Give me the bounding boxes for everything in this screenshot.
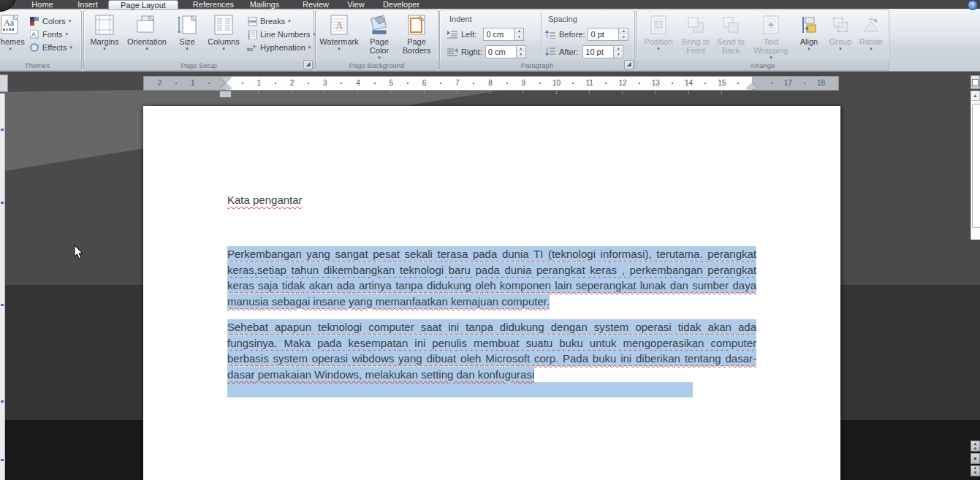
spinner-up-icon[interactable]: ▲ [614,46,623,52]
scrollbar-track[interactable] [970,101,980,240]
first-line-indent-marker[interactable] [220,77,232,83]
spacing-before-input[interactable]: 0 pt ▲▼ [588,28,628,41]
spinner-down-icon[interactable]: ▼ [619,34,628,40]
page-setup-dialog-launcher[interactable]: ◢ [303,60,313,69]
spinner-down-icon[interactable]: ▼ [614,52,623,58]
view-ruler-toggle-button[interactable] [970,75,980,89]
margins-button[interactable]: Margins ▾ [86,12,123,61]
help-icon[interactable]: ? [968,0,978,10]
spacing-after-spinner[interactable]: ▲▼ [613,46,623,58]
right-indent-marker[interactable] [746,83,758,89]
spacing-after-input[interactable]: 10 pt ▲▼ [582,45,623,58]
breaks-icon [246,16,258,26]
size-button[interactable]: Size ▾ [171,12,203,61]
align-button[interactable]: Align ▾ [794,12,824,61]
ruler-mark: 8 [488,79,493,87]
ruler-mark [539,83,541,84]
bring-to-front-button[interactable]: Bring to Front [679,12,713,61]
paragraph-2: Sehebat apapun teknologi computer saat i… [227,319,756,382]
group-label-page-background: Page Background [316,61,438,70]
indent-right-input[interactable]: 0 cm ▲▼ [485,45,526,58]
dropdown-arrow-icon: ▾ [205,46,243,52]
ruler-mark [175,83,177,84]
mouse-cursor [74,245,84,260]
group-arrange: Position ▾ Bring to Front Send to Back [636,9,889,71]
ruler-mark [440,83,441,84]
ruler-mark [506,83,508,84]
ruler-mark [572,83,574,84]
page-borders-icon [398,12,435,37]
page-borders-button[interactable]: Page Borders [398,12,435,61]
select-browse-object-button[interactable]: ● [970,453,980,464]
orientation-button[interactable]: Orientation ▾ [124,12,170,61]
indent-left-input[interactable]: 0 cm ▲▼ [483,28,524,41]
tab-home[interactable]: Home [22,0,63,9]
spinner-up-icon[interactable]: ▲ [619,28,628,34]
spinner-down-icon[interactable]: ▼ [514,34,523,40]
previous-page-button[interactable]: ▲▲ [970,441,980,452]
group-label-page-setup: Page Setup [84,61,314,70]
group-button[interactable]: Group ▾ [825,12,856,61]
spinner-up-icon[interactable]: ▲ [514,28,523,34]
line-numbers-button[interactable]: 123 Line Numbers▾ [246,28,316,41]
spinner-up-icon[interactable]: ▲ [517,46,525,52]
ruler-mark [737,83,739,84]
dropdown-arrow-icon: ▾ [639,46,677,52]
hyphenation-button[interactable]: bca- Hyphenation▾ [246,41,316,54]
vertical-scrollbar[interactable]: ▲ ▲▲ ● ▼▼ [970,75,980,480]
themes-button[interactable]: Aa Themes ▾ [0,12,26,61]
tab-insert[interactable]: Insert [69,0,107,9]
spinner-down-icon[interactable]: ▼ [517,52,525,58]
orientation-icon [124,12,170,37]
page-color-button[interactable]: Page Color ▾ [362,12,397,61]
theme-effects-button[interactable]: Effects▾ [29,41,72,54]
indent-right-spinner[interactable]: ▲▼ [516,46,525,58]
send-to-back-button[interactable]: Send to Back [714,12,748,61]
watermark-button[interactable]: A Watermark ▾ [318,12,360,61]
svg-text:a-: a- [253,44,257,48]
tab-stop-selector[interactable] [0,75,8,92]
horizontal-ruler[interactable]: 211234567891011121314151718 [143,76,839,91]
window-edge-artifact [0,94,5,480]
left-indent-marker[interactable] [219,91,232,98]
tab-developer[interactable]: Developer [376,0,427,9]
spacing-before-spinner[interactable]: ▲▼ [618,28,628,40]
selection-tail-block [227,382,693,397]
indent-left-label: Left: [461,30,476,39]
tab-page-layout[interactable]: Page Layout [108,0,178,9]
columns-button[interactable]: Columns ▾ [205,12,243,61]
tab-review[interactable]: Review [295,0,336,9]
ruler-mark: 18 [817,79,825,87]
dropdown-arrow-icon: ▾ [825,46,856,52]
scrollbar-thumb[interactable] [972,104,980,228]
theme-colors-button[interactable]: Colors▾ [29,15,72,28]
ruler-mark [208,83,210,84]
ruler-mark: 13 [652,79,660,87]
paragraph-dialog-launcher[interactable]: ◢ [624,60,634,69]
ruler-mark [374,83,376,84]
document-page[interactable]: Kata pengantar Perkembangan yang sangat … [143,106,840,480]
watermark-icon: A [318,12,360,37]
tab-mailings[interactable]: Mailings [241,0,288,9]
scroll-up-button[interactable]: ▲ [970,91,980,101]
tab-view[interactable]: View [339,0,373,9]
theme-effects-icon [29,42,40,53]
word-application-window: Home Insert Page Layout References Maili… [0,0,980,480]
group-label-themes: Themes [0,61,81,70]
ruler-mark: 12 [618,79,626,87]
breaks-button[interactable]: Breaks▾ [246,15,316,28]
ruler-mark: 2 [290,79,295,87]
text-wrapping-button[interactable]: Text Wrapping ▾ [749,12,793,61]
position-button[interactable]: Position ▾ [639,12,677,61]
tab-references[interactable]: References [184,0,243,9]
hanging-indent-marker[interactable] [220,83,232,89]
indent-left-spinner[interactable]: ▲▼ [514,28,523,40]
ribbon-tab-bar: Home Insert Page Layout References Maili… [0,0,980,9]
send-to-back-icon [714,12,748,37]
rotate-button[interactable]: Rotate ▾ [856,12,886,61]
next-page-button[interactable]: ▼▼ [970,465,980,476]
dropdown-arrow-icon: ▾ [69,45,72,50]
group-page-background: A Watermark ▾ Page Color ▾ [315,9,438,71]
theme-fonts-button[interactable]: A Fonts▾ [29,28,72,41]
group-paragraph: Indent Left: 0 cm ▲▼ Right: 0 cm ▲▼ [439,9,635,71]
